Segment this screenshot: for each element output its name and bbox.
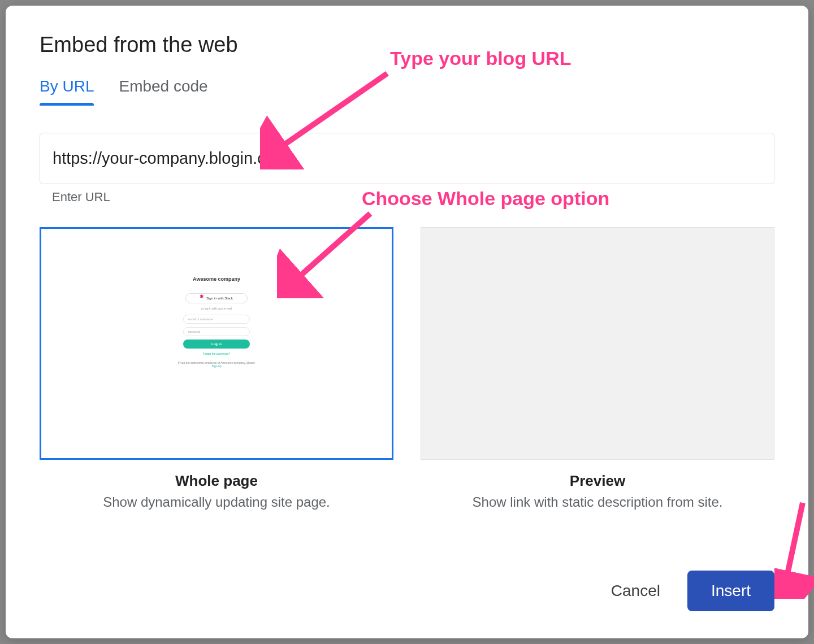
dialog-title: Embed from the web [40,33,774,57]
tab-embed-code[interactable]: Embed code [119,77,207,103]
embed-options-row: Awesome company Sign in with Slack or lo… [40,227,774,510]
mock-company-name: Awesome company [177,276,256,282]
annotation-arrow-insert [774,497,814,599]
option-whole-page-title: Whole page [40,472,393,490]
option-whole-page-subtitle: Show dynamically updating site page. [40,494,393,510]
url-input-wrap [40,133,774,184]
embed-dialog: Embed from the web By URL Embed code Ent… [6,6,808,638]
mock-slack-label: Sign in with Slack [206,297,233,300]
mock-login-button: Log in [183,340,250,349]
mock-password-input: password [183,327,250,336]
mock-email-input: e-mail or username [183,315,250,324]
mock-slack-button: Sign in with Slack [185,293,248,303]
option-preview[interactable]: Preview Show link with static descriptio… [421,227,774,510]
insert-button[interactable]: Insert [687,571,774,611]
mock-login-page: Awesome company Sign in with Slack or lo… [177,276,256,368]
option-whole-page[interactable]: Awesome company Sign in with Slack or lo… [40,227,393,510]
mock-or-text: or log in with your e-mail [177,307,256,310]
cancel-button[interactable]: Cancel [600,575,672,607]
option-preview-subtitle: Show link with static description from s… [421,494,774,510]
mock-footer: If you are authorized employee of Awesom… [177,361,256,368]
dialog-actions: Cancel Insert [600,571,774,611]
url-helper-text: Enter URL [40,190,774,204]
tabs: By URL Embed code [40,77,774,103]
url-input[interactable] [40,133,774,184]
option-preview-thumbnail [421,227,774,460]
mock-forgot-link: Forgot the password? [177,352,256,355]
option-whole-page-preview: Awesome company Sign in with Slack or lo… [40,227,393,460]
slack-icon [200,296,205,301]
tab-by-url[interactable]: By URL [40,77,94,103]
mock-signup-link: Sign up [212,364,222,368]
option-preview-title: Preview [421,472,774,490]
svg-line-2 [786,503,803,582]
